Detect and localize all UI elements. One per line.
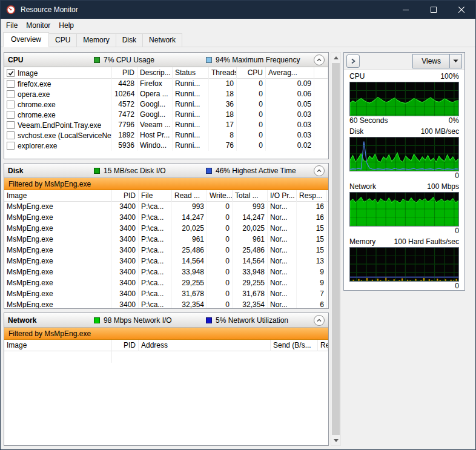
network-section-header[interactable]: Network 98 Mbps Network I/O 5% Network U… (4, 313, 328, 328)
column-header-read[interactable]: Read ... (172, 190, 207, 202)
disk-section-header[interactable]: Disk 15 MB/sec Disk I/O 46% Highest Acti… (4, 164, 328, 178)
cell: 13 (297, 256, 327, 267)
cell-text: explorer.exe (18, 141, 57, 151)
column-header-pid[interactable]: PID (112, 67, 137, 79)
network-collapse-button[interactable] (314, 315, 325, 326)
column-header-image[interactable]: Image (4, 67, 112, 79)
column-header-pid[interactable]: PID (112, 340, 139, 351)
row-checkbox[interactable] (7, 121, 15, 129)
menu-help[interactable]: Help (55, 19, 78, 31)
table-row[interactable]: MsMpEng.exe3400P:\ca...29,255029,255Nor.… (4, 278, 328, 289)
table-row[interactable]: MsMpEng.exe3400P:\ca...25,486025,486Nor.… (4, 245, 328, 256)
table-row[interactable]: firefox.exe4428FirefoxRunni...1000.09 (4, 79, 328, 89)
cell: Nor... (268, 267, 297, 278)
cpu-graph-title-row: CPU100% (349, 71, 459, 82)
views-dropdown[interactable]: Views (412, 54, 462, 68)
maximize-button[interactable] (420, 1, 448, 19)
menu-file[interactable]: File (2, 19, 22, 31)
column-header-i-o-pr[interactable]: I/O Pr... (268, 190, 297, 202)
table-row[interactable]: MsMpEng.exe3400P:\ca...9930993Nor...16 (4, 202, 328, 213)
cpu-graph-bottom-right-label: 0% (449, 116, 459, 125)
column-header-filler (327, 190, 329, 202)
table-row[interactable]: MsMpEng.exe3400P:\ca...33,948033,948Nor.… (4, 267, 328, 278)
cell: Nor... (268, 202, 297, 213)
views-button-label[interactable]: Views (413, 55, 449, 68)
minimize-button[interactable] (392, 1, 420, 19)
column-header-write[interactable]: Write... (207, 190, 233, 202)
table-row[interactable]: MsMpEng.exe3400P:\ca...20,025020,025Nor.… (4, 223, 328, 234)
left-panel-scrollbar[interactable] (331, 52, 341, 446)
tab-overview[interactable]: Overview (3, 32, 49, 47)
table-row[interactable]: MsMpEng.exe3400P:\ca...14,564014,564Nor.… (4, 256, 328, 267)
column-header-address[interactable]: Address (139, 340, 271, 351)
scroll-down-button[interactable] (331, 435, 340, 445)
column-header-image[interactable]: Image (4, 340, 112, 351)
cell: P:\ca... (139, 289, 172, 300)
column-header-resp[interactable]: Resp... (297, 190, 327, 202)
close-button[interactable] (448, 1, 475, 19)
cpu-collapse-button[interactable] (314, 55, 325, 65)
column-header-file[interactable]: File (139, 190, 172, 202)
table-row[interactable]: svchost.exe (LocalServiceNet...1892Host … (4, 130, 328, 141)
tab-cpu[interactable]: CPU (48, 33, 77, 47)
table-row[interactable]: Veeam.EndPoint.Tray.exe7796Veeam ...Runn… (4, 120, 328, 130)
cell: 961 (172, 234, 207, 245)
table-row[interactable]: explorer.exe5936Windo...Runni...7600.02 (4, 141, 328, 151)
cell: Runni... (173, 130, 209, 141)
column-header-pid[interactable]: PID (112, 190, 139, 202)
resource-monitor-window: Resource Monitor FileMonitorHelp Overvie… (0, 0, 476, 450)
cell: 10 (209, 79, 237, 89)
row-checkbox[interactable] (7, 142, 15, 150)
cell: Host Pr... (137, 130, 173, 141)
table-row[interactable]: MsMpEng.exe3400P:\ca...14,247014,247Nor.… (4, 213, 328, 223)
cell: 33,948 (233, 267, 268, 278)
disk-collapse-button[interactable] (314, 165, 325, 176)
column-header-cpu[interactable]: CPU (237, 67, 266, 79)
table-row[interactable]: MsMpEng.exe3400P:\ca...31,678031,678Nor.… (4, 289, 328, 300)
table-row[interactable]: chrome.exe4572Googl...Runni...3600.05 (4, 99, 328, 110)
cell: 0 (207, 223, 233, 234)
column-header-status[interactable]: Status (173, 67, 209, 79)
menu-monitor[interactable]: Monitor (22, 19, 55, 31)
header-checkbox[interactable] (7, 69, 15, 77)
network-utilization-legend: 5% Network Utilization (206, 316, 288, 325)
column-header-image[interactable]: Image (4, 190, 112, 202)
column-header-descrip[interactable]: Descrip... (137, 67, 173, 79)
column-header-re[interactable]: Re... (318, 340, 328, 351)
memory-graph-canvas (350, 248, 458, 281)
scroll-up-button[interactable] (331, 53, 340, 62)
scrollbar-thumb[interactable] (332, 63, 340, 435)
table-row[interactable]: chrome.exe7472Googl...Runni...1800.03 (4, 110, 328, 120)
cell: 3400 (112, 213, 139, 223)
row-checkbox[interactable] (7, 111, 15, 119)
tab-disk[interactable]: Disk (116, 33, 143, 47)
cell: P:\ca... (139, 278, 172, 289)
cpu-section-header[interactable]: CPU 7% CPU Usage 94% Maximum Frequency (4, 53, 328, 67)
tab-network[interactable]: Network (142, 33, 182, 47)
table-row[interactable]: opera.exe10264Opera ...Runni...1800.06 (4, 89, 328, 99)
row-checkbox[interactable] (7, 80, 15, 88)
column-header-send-b-s[interactable]: Send (B/s... (271, 340, 318, 351)
column-header-threads[interactable]: Threads (209, 67, 237, 79)
cell: Nor... (268, 256, 297, 267)
column-header-averag[interactable]: Averag... (266, 67, 314, 79)
column-header-filler (314, 67, 328, 79)
cell-text: opera.exe (18, 90, 50, 99)
row-checkbox[interactable] (7, 90, 15, 98)
collapse-graphs-button[interactable] (346, 55, 360, 68)
cell: 993 (233, 202, 268, 213)
network-section-title: Network (8, 316, 94, 325)
chevron-down-icon[interactable] (449, 55, 461, 68)
cell-filler (327, 245, 328, 256)
table-row[interactable]: MsMpEng.exe3400P:\ca...32,354032,354Nor.… (4, 300, 328, 309)
cell: 0 (237, 120, 266, 130)
cell: opera.exe (4, 89, 112, 99)
cell: 25,486 (233, 245, 268, 256)
row-checkbox[interactable] (7, 101, 15, 108)
column-header-total[interactable]: Total ... (233, 190, 268, 202)
row-checkbox[interactable] (7, 131, 15, 139)
tab-memory[interactable]: Memory (76, 33, 116, 47)
cell: 18 (209, 89, 237, 99)
table-row[interactable]: MsMpEng.exe3400P:\ca...9610961Nor...15 (4, 234, 328, 245)
cell: P:\ca... (139, 245, 172, 256)
